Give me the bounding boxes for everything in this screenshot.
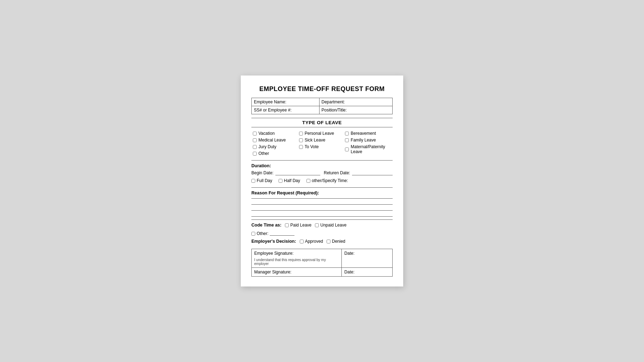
list-item: Other (253, 151, 299, 156)
duration-section: Duration: Begin Date: Returen Date: Full… (251, 160, 393, 183)
vacation-label: Vacation (258, 131, 275, 136)
ss-label: SS# or Employee #: (254, 108, 292, 113)
family-leave-checkbox[interactable] (345, 138, 349, 142)
full-day-checkbox[interactable] (251, 179, 255, 183)
approved-checkbox[interactable] (300, 240, 304, 243)
denied-label: Denied (332, 239, 345, 244)
to-vote-checkbox[interactable] (299, 145, 303, 149)
return-date-label: Returen Date: (324, 170, 350, 175)
reason-section: Reason For Request (Required): (251, 187, 393, 217)
half-day-checkbox[interactable] (279, 179, 282, 183)
family-leave-label: Family Leave (351, 138, 376, 143)
jury-duty-label: Jury Duty (258, 144, 276, 149)
code-time-label: Code Time as: (251, 223, 281, 228)
code-other-underline (270, 231, 294, 236)
manager-date-cell: Date: (342, 268, 393, 277)
list-item: Medical Leave (253, 138, 299, 143)
list-item: Sick Leave (299, 138, 345, 143)
bereavement-checkbox[interactable] (345, 132, 349, 135)
half-day-label: Half Day (284, 178, 300, 183)
half-day-option: Half Day (279, 178, 300, 183)
denied-option: Denied (327, 239, 345, 244)
employer-decision-label: Employer's Decision: (251, 239, 296, 244)
employee-signature-cell: Employee Signature: I understand that th… (252, 249, 342, 268)
other-specify-checkbox[interactable] (306, 179, 310, 183)
list-item: Personal Leave (299, 131, 345, 136)
begin-date-label: Begin Date: (251, 170, 274, 175)
paid-leave-checkbox[interactable] (285, 223, 289, 227)
leave-types-container: Vacation Medical Leave Jury Duty Other P… (251, 131, 393, 156)
other-leave-label: Other (258, 151, 269, 156)
list-item: Maternal/Paternity Leave (345, 144, 391, 154)
jury-duty-checkbox[interactable] (253, 145, 257, 149)
duration-label: Duration: (251, 163, 393, 168)
reason-label: Reason For Request (Required): (251, 191, 393, 195)
day-options: Full Day Half Day other/Specify Time: (251, 178, 393, 183)
leave-col-2: Personal Leave Sick Leave To Vote (299, 131, 345, 156)
maternity-leave-checkbox[interactable] (345, 147, 349, 151)
begin-date-field: Begin Date: (251, 170, 320, 175)
approved-label: Approved (305, 239, 323, 244)
leave-col-1: Vacation Medical Leave Jury Duty Other (253, 131, 299, 156)
signature-table: Employee Signature: I understand that th… (251, 249, 393, 277)
employer-decision-row: Employer's Decision: Approved Denied (251, 239, 393, 244)
form-title: EMPLOYEE TIME-OFF REQUEST FORM (251, 85, 393, 93)
begin-date-underline (275, 170, 320, 175)
position-label: Position/Title: (322, 108, 347, 113)
other-specify-option: other/Specify Time: (306, 178, 348, 183)
employee-signature-label: Employee Signature: (254, 251, 293, 256)
to-vote-label: To Vote (305, 144, 319, 149)
reason-line-4 (251, 216, 393, 217)
code-other-option: Other: (251, 231, 294, 236)
full-day-option: Full Day (251, 178, 272, 183)
vacation-checkbox[interactable] (253, 132, 257, 135)
manager-signature-cell: Manager Signature: (252, 268, 342, 277)
other-leave-checkbox[interactable] (253, 152, 257, 156)
manager-date-label: Date: (344, 270, 354, 274)
reason-line-3 (251, 210, 393, 211)
reason-lines (251, 198, 393, 217)
code-other-label: Other: (257, 231, 268, 236)
other-specify-label: other/Specify Time: (312, 178, 348, 183)
unpaid-leave-option: Unpaid Leave (315, 223, 346, 228)
list-item: Vacation (253, 131, 299, 136)
department-cell: Department: (319, 98, 392, 106)
personal-leave-checkbox[interactable] (299, 132, 303, 135)
unpaid-leave-checkbox[interactable] (315, 223, 319, 227)
employee-name-cell: Employee Name: (252, 98, 320, 106)
maternity-leave-label: Maternal/Paternity Leave (351, 144, 391, 154)
paid-leave-label: Paid Leave (290, 223, 311, 228)
medical-leave-label: Medical Leave (258, 138, 286, 143)
employee-signature-note: I understand that this requires approval… (254, 258, 339, 266)
personal-leave-label: Personal Leave (305, 131, 334, 136)
list-item: To Vote (299, 144, 345, 149)
department-label: Department: (322, 99, 345, 104)
medical-leave-checkbox[interactable] (253, 138, 257, 142)
employee-date-cell: Date: (342, 249, 393, 268)
paid-leave-option: Paid Leave (285, 223, 311, 228)
code-other-checkbox[interactable] (251, 232, 255, 236)
bereavement-label: Bereavement (351, 131, 376, 136)
denied-checkbox[interactable] (327, 240, 330, 243)
code-time-row: Code Time as: Paid Leave Unpaid Leave Ot… (251, 223, 393, 236)
manager-signature-label: Manager Signature: (254, 270, 291, 274)
code-time-section: Code Time as: Paid Leave Unpaid Leave Ot… (251, 219, 393, 244)
dates-row: Begin Date: Returen Date: (251, 170, 393, 175)
reason-line-1 (251, 198, 393, 199)
form-container: EMPLOYEE TIME-OFF REQUEST FORM Employee … (241, 76, 403, 286)
ss-cell: SS# or Employee #: (252, 106, 320, 114)
header-table: Employee Name: Department: SS# or Employ… (251, 98, 393, 114)
list-item: Bereavement (345, 131, 391, 136)
return-date-underline (352, 170, 393, 175)
sick-leave-checkbox[interactable] (299, 138, 303, 142)
reason-line-2 (251, 204, 393, 205)
approved-option: Approved (300, 239, 323, 244)
type-of-leave-title: TYPE OF LEAVE (251, 118, 393, 127)
leave-col-3: Bereavement Family Leave Maternal/Patern… (345, 131, 391, 156)
unpaid-leave-label: Unpaid Leave (320, 223, 346, 228)
full-day-label: Full Day (257, 178, 272, 183)
employee-name-label: Employee Name: (254, 99, 286, 104)
list-item: Jury Duty (253, 144, 299, 149)
return-date-field: Returen Date: (324, 170, 393, 175)
list-item: Family Leave (345, 138, 391, 143)
